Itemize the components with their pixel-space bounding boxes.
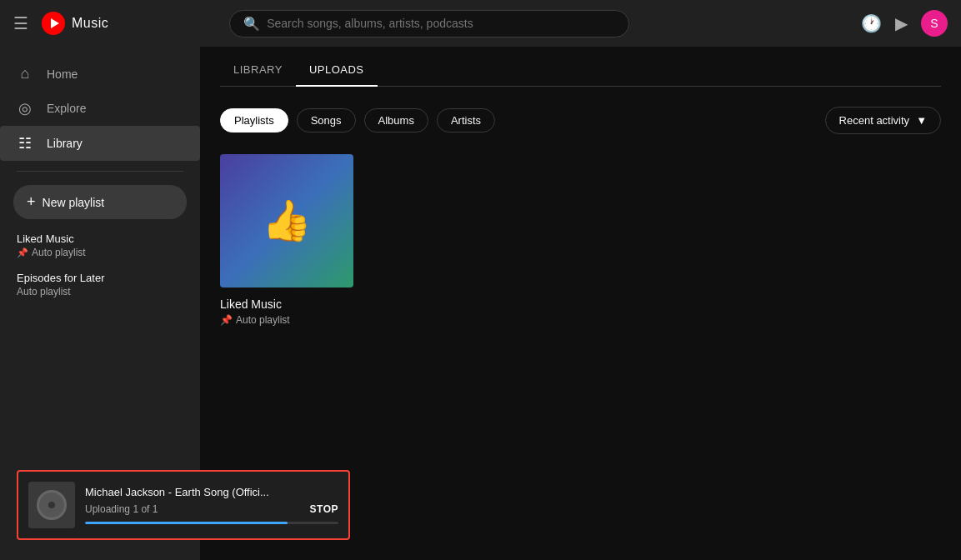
filter-chip-artists[interactable]: Artists [437, 108, 495, 132]
upload-info: Michael Jackson - Earth Song (Offici... … [85, 486, 338, 524]
filter-chip-albums[interactable]: Albums [364, 108, 428, 132]
search-bar[interactable]: 🔍 [229, 10, 629, 38]
sidebar-playlist-sub-liked: 📌 Auto playlist [17, 247, 183, 258]
playlist-name-liked: Liked Music [220, 298, 353, 311]
sidebar-nav: ⌂ Home ◎ Explore ☷ Library [0, 53, 200, 164]
home-icon: ⌂ [17, 65, 33, 82]
upload-progress-fill [85, 522, 288, 524]
explore-icon: ◎ [17, 99, 33, 118]
sort-button[interactable]: Recent activity ▼ [825, 107, 941, 134]
chevron-down-icon: ▼ [916, 114, 927, 127]
playlist-thumbnail-liked: 👍 [220, 154, 353, 288]
sidebar-item-library[interactable]: ☷ Library [0, 126, 200, 161]
upload-toast: Michael Jackson - Earth Song (Offici... … [17, 470, 350, 540]
cast-icon[interactable]: ▶ [895, 13, 908, 33]
upload-progress-bar [85, 522, 338, 524]
upload-stop-button[interactable]: STOP [310, 503, 338, 515]
sidebar-item-home[interactable]: ⌂ Home [0, 57, 200, 91]
tab-uploads[interactable]: UPLOADS [296, 53, 378, 86]
upload-title: Michael Jackson - Earth Song (Offici... [85, 486, 338, 498]
playlist-card-liked[interactable]: 👍 Liked Music 📌 Auto playlist [220, 154, 353, 326]
library-icon: ☷ [17, 134, 33, 152]
sidebar-item-label-home: Home [47, 68, 78, 81]
sidebar-playlist-title-liked: Liked Music [17, 232, 183, 245]
upload-disc-icon [37, 490, 67, 520]
thumbs-up-icon: 👍 [262, 198, 312, 244]
playlist-grid: 👍 Liked Music 📌 Auto playlist [220, 154, 941, 326]
topbar-right: 🕐 ▶ S [861, 10, 948, 37]
sidebar-playlist-liked[interactable]: Liked Music 📌 Auto playlist [0, 226, 200, 265]
sidebar-item-label-explore: Explore [47, 102, 86, 115]
logo-area: Music [42, 12, 108, 35]
new-playlist-label: New playlist [43, 196, 105, 209]
sort-label: Recent activity [839, 114, 910, 127]
sidebar-divider [17, 171, 183, 172]
pin-icon-liked: 📌 [17, 248, 28, 258]
tabs-row: LIBRARY UPLOADS [220, 47, 941, 87]
pin-icon-card: 📌 [220, 314, 233, 326]
upload-status-row: Uploading 1 of 1 STOP [85, 503, 338, 515]
upload-disc-inner [48, 502, 55, 508]
search-icon: 🔍 [243, 16, 260, 32]
upload-thumbnail [28, 482, 75, 528]
avatar[interactable]: S [921, 10, 948, 37]
topbar: ☰ Music 🔍 🕐 ▶ S [0, 0, 961, 47]
sidebar-playlist-title-episodes: Episodes for Later [17, 272, 183, 284]
tab-library[interactable]: LIBRARY [220, 53, 296, 86]
new-playlist-button[interactable]: + New playlist [13, 185, 187, 219]
logo-text: Music [72, 16, 108, 31]
upload-status-text: Uploading 1 of 1 [85, 503, 158, 515]
sidebar-item-label-library: Library [47, 137, 83, 150]
youtube-music-logo [42, 12, 65, 35]
sidebar-playlist-sub-episodes: Auto playlist [17, 286, 183, 298]
sidebar-playlist-episodes[interactable]: Episodes for Later Auto playlist [0, 265, 200, 304]
filter-chip-songs[interactable]: Songs [297, 108, 356, 132]
filter-chip-playlists[interactable]: Playlists [220, 108, 288, 132]
filter-row: Playlists Songs Albums Artists Recent ac… [220, 107, 941, 134]
menu-icon[interactable]: ☰ [13, 13, 28, 33]
playlist-sub-liked: 📌 Auto playlist [220, 314, 353, 326]
plus-icon: + [27, 193, 36, 211]
sidebar-item-explore[interactable]: ◎ Explore [0, 91, 200, 126]
history-icon[interactable]: 🕐 [861, 13, 882, 33]
search-input[interactable] [267, 17, 615, 30]
